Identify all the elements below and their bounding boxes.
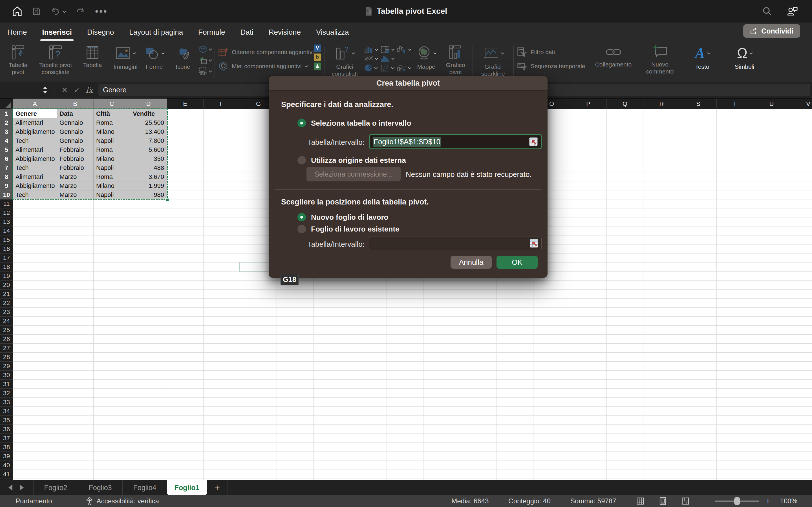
cell-T16[interactable] <box>717 244 753 253</box>
cell-S3[interactable] <box>680 127 717 136</box>
cell-G41[interactable] <box>240 470 277 479</box>
cell-D23[interactable] <box>130 307 167 317</box>
cell-A22[interactable] <box>13 298 57 307</box>
cell-B7[interactable]: Febbraio <box>57 163 94 172</box>
pictures-chevron-icon[interactable] <box>133 51 136 54</box>
cell-O28[interactable] <box>534 353 570 362</box>
cell-I25[interactable] <box>313 326 350 335</box>
cell-F28[interactable] <box>204 353 240 362</box>
cell-L24[interactable] <box>423 317 460 326</box>
row-header-15[interactable]: 15 <box>0 235 13 244</box>
mini-chart-line-chevron-icon[interactable] <box>375 57 378 60</box>
cell-Q1[interactable] <box>607 109 644 118</box>
cell-T10[interactable] <box>717 190 753 200</box>
row-header-37[interactable]: 37 <box>0 434 13 443</box>
cell-S4[interactable] <box>680 136 717 145</box>
cell-B6[interactable]: Febbraio <box>57 154 94 163</box>
cell-Q3[interactable] <box>607 127 644 136</box>
cell-R24[interactable] <box>644 317 680 326</box>
cell-J38[interactable] <box>350 443 387 452</box>
mini-chart-waterfall-chevron-icon[interactable] <box>408 48 411 51</box>
cell-B12[interactable] <box>57 209 94 217</box>
cell-K39[interactable] <box>387 452 423 461</box>
tab-inserisci[interactable]: Inserisci <box>41 26 73 38</box>
cell-V19[interactable] <box>790 272 812 281</box>
cell-R38[interactable] <box>644 443 680 452</box>
cell-D31[interactable] <box>130 380 167 389</box>
cell-D25[interactable] <box>130 326 167 335</box>
cell-M23[interactable] <box>460 307 497 317</box>
cell-O30[interactable] <box>534 371 570 380</box>
cell-J29[interactable] <box>350 362 387 371</box>
cell-T4[interactable] <box>717 136 753 145</box>
cell-B2[interactable]: Gennaio <box>57 118 94 127</box>
cell-B25[interactable] <box>57 326 94 335</box>
cell-U14[interactable] <box>753 226 790 235</box>
cell-D40[interactable] <box>130 461 167 470</box>
cell-I22[interactable] <box>313 298 350 307</box>
cell-U23[interactable] <box>753 307 790 317</box>
cell-Q16[interactable] <box>607 244 644 253</box>
cell-R1[interactable] <box>644 109 680 118</box>
cell-I26[interactable] <box>313 335 350 344</box>
cell-I34[interactable] <box>313 407 350 416</box>
row-header-9[interactable]: 9 <box>0 181 13 190</box>
cell-S30[interactable] <box>680 371 717 380</box>
cell-Q5[interactable] <box>607 145 644 154</box>
cancel-button[interactable]: Annulla <box>451 256 492 269</box>
cell-A24[interactable] <box>13 317 57 326</box>
search-icon[interactable] <box>762 6 772 16</box>
cell-V10[interactable] <box>790 190 812 200</box>
cell-N35[interactable] <box>497 416 534 425</box>
cell-T36[interactable] <box>717 425 753 434</box>
cell-L39[interactable] <box>423 452 460 461</box>
cell-C9[interactable]: Milano <box>94 181 130 190</box>
cell-I27[interactable] <box>313 344 350 353</box>
cell-P18[interactable] <box>570 263 607 272</box>
tab-visualizza[interactable]: Visualizza <box>315 26 350 38</box>
cell-R2[interactable] <box>644 118 680 127</box>
cell-T20[interactable] <box>717 281 753 290</box>
cell-A4[interactable]: Tech <box>13 136 57 145</box>
cell-Q36[interactable] <box>607 425 644 434</box>
cell-L37[interactable] <box>423 434 460 443</box>
cell-A28[interactable] <box>13 353 57 362</box>
cell-U34[interactable] <box>753 407 790 416</box>
cell-K33[interactable] <box>387 398 423 407</box>
cell-A32[interactable] <box>13 389 57 398</box>
recommended-charts-chevron-icon[interactable] <box>352 51 355 54</box>
cell-A39[interactable] <box>13 452 57 461</box>
cell-Q38[interactable] <box>607 443 644 452</box>
cell-M36[interactable] <box>460 425 497 434</box>
cell-R12[interactable] <box>644 209 680 217</box>
cell-J30[interactable] <box>350 371 387 380</box>
cell-O25[interactable] <box>534 326 570 335</box>
mini-chart-scatter-chevron-icon[interactable] <box>391 66 394 69</box>
cell-E30[interactable] <box>167 371 204 380</box>
cell-H25[interactable] <box>277 326 313 335</box>
cell-A2[interactable]: Alimentari <box>13 118 57 127</box>
cell-S13[interactable] <box>680 217 717 226</box>
cell-S40[interactable] <box>680 461 717 470</box>
cell-P19[interactable] <box>570 272 607 281</box>
cell-D28[interactable] <box>130 353 167 362</box>
cell-C17[interactable] <box>94 253 130 263</box>
cell-A30[interactable] <box>13 371 57 380</box>
cell-E12[interactable] <box>167 209 204 217</box>
row-header-39[interactable]: 39 <box>0 452 13 461</box>
cell-K31[interactable] <box>387 380 423 389</box>
cell-G40[interactable] <box>240 461 277 470</box>
cell-I36[interactable] <box>313 425 350 434</box>
cell-D34[interactable] <box>130 407 167 416</box>
cell-Q28[interactable] <box>607 353 644 362</box>
cell-A20[interactable] <box>13 281 57 290</box>
cell-S33[interactable] <box>680 398 717 407</box>
cell-H29[interactable] <box>277 362 313 371</box>
cell-N24[interactable] <box>497 317 534 326</box>
cell-Q41[interactable] <box>607 470 644 479</box>
cell-F40[interactable] <box>204 461 240 470</box>
sparklines-button[interactable]: Grafici sparkline <box>476 43 510 77</box>
cell-P17[interactable] <box>570 253 607 263</box>
cell-B5[interactable]: Febbraio <box>57 145 94 154</box>
cell-G33[interactable] <box>240 398 277 407</box>
